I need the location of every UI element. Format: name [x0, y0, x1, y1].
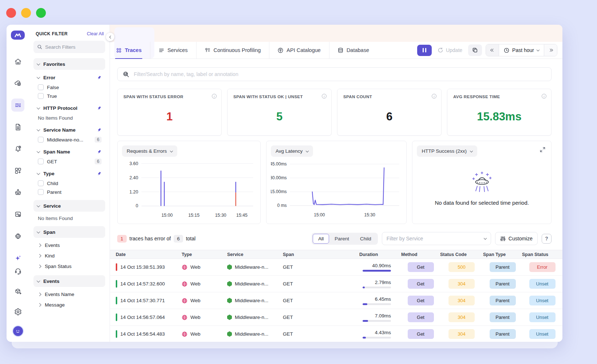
checkbox[interactable] — [38, 180, 44, 186]
time-back-button[interactable] — [486, 44, 499, 56]
info-icon[interactable]: i — [432, 94, 436, 99]
service-icon — [227, 281, 232, 287]
pause-live-button[interactable] — [417, 45, 432, 56]
assistant-bot-nav-icon[interactable] — [11, 186, 24, 199]
tab-continuous-profiling[interactable]: Continuous Profiling — [196, 42, 262, 59]
table-row[interactable]: 14 Oct 14:57:30.771WebMiddleware-n...GET… — [110, 292, 562, 309]
column-header-date[interactable]: Date — [116, 252, 182, 257]
integrations-cube-icon[interactable] — [11, 285, 24, 298]
filter-option-false[interactable]: False — [33, 83, 105, 92]
pin-icon[interactable] — [97, 75, 102, 80]
dots-grid-icon — [116, 47, 122, 53]
checkbox[interactable] — [38, 189, 44, 195]
filter-group-favorites[interactable]: Favorites — [33, 58, 105, 70]
trace-search-input[interactable] — [134, 71, 546, 77]
clear-all-link[interactable]: Clear All — [87, 31, 104, 36]
filter-section-type[interactable]: Type — [33, 168, 105, 179]
tab-traces[interactable]: Traces — [115, 42, 142, 59]
home-nav-icon[interactable] — [11, 55, 24, 68]
column-header-span[interactable]: Span — [283, 252, 359, 257]
chevron-down-icon — [484, 236, 487, 239]
support-headset-icon[interactable] — [11, 264, 24, 277]
filter-subsection-span-status[interactable]: Span Status — [33, 261, 105, 272]
filter-section-error[interactable]: Error — [33, 72, 105, 83]
account-avatar-icon[interactable] — [12, 325, 24, 337]
column-header-type[interactable]: Type — [182, 252, 227, 257]
dashboards-nav-icon[interactable] — [11, 164, 24, 177]
update-button[interactable]: Update — [435, 47, 464, 53]
time-forward-button[interactable] — [544, 44, 557, 56]
info-icon[interactable]: i — [542, 94, 546, 99]
table-row[interactable]: 14 Oct 14:56:57.064WebMiddleware-n...GET… — [110, 309, 562, 326]
infrastructure-nav-icon[interactable] — [11, 77, 24, 90]
ai-sparkle-nav-icon[interactable] — [11, 251, 24, 264]
checkbox[interactable] — [38, 93, 44, 99]
toggle-child[interactable]: Child — [355, 234, 377, 244]
rum-nav-icon[interactable] — [11, 208, 24, 221]
middleware-logo[interactable] — [11, 31, 25, 40]
toggle-all[interactable]: All — [313, 234, 329, 244]
filter-subsection-events-name[interactable]: Events Name — [33, 289, 105, 300]
pin-icon[interactable] — [97, 128, 102, 132]
column-header-status-code[interactable]: Status Code — [440, 252, 483, 257]
column-header-span-type[interactable]: Span Type — [483, 252, 522, 257]
help-button[interactable]: ? — [542, 234, 551, 244]
zoom-window-button[interactable] — [36, 8, 46, 18]
filter-group-service[interactable]: Service — [33, 200, 105, 212]
pin-icon[interactable] — [97, 106, 102, 111]
pin-icon[interactable] — [97, 171, 102, 176]
requests-errors-metric-dropdown[interactable]: Requests & Errors — [122, 145, 177, 157]
processes-nav-icon[interactable] — [11, 229, 24, 243]
collapse-filter-button[interactable] — [106, 33, 114, 41]
filter-option-middleware-no[interactable]: Middleware-no...6 — [33, 135, 105, 144]
apm-traces-nav-icon[interactable] — [11, 99, 24, 112]
copy-button[interactable] — [468, 44, 482, 56]
filter-group-span[interactable]: Span — [33, 226, 105, 238]
filter-by-service-dropdown[interactable]: Filter by Service — [382, 232, 491, 245]
filter-section-span-name[interactable]: Span Name — [33, 146, 105, 157]
expand-panel-button[interactable] — [540, 147, 545, 152]
avg-latency-metric-dropdown[interactable]: Avg Latency — [271, 145, 313, 157]
checkbox[interactable] — [38, 84, 44, 90]
filter-section-http-protocol[interactable]: HTTP Protocol — [33, 103, 105, 113]
minimize-window-button[interactable] — [21, 8, 31, 18]
tab-bar: TracesServicesContinuous ProfilingAPI Ca… — [110, 42, 562, 59]
trace-search-bar[interactable] — [117, 67, 551, 81]
filter-group-events[interactable]: Events — [33, 275, 105, 287]
filter-option-parent[interactable]: Parent — [33, 188, 105, 196]
pin-icon[interactable] — [97, 149, 102, 154]
customize-columns-button[interactable]: Customize — [495, 232, 538, 245]
checkbox[interactable] — [38, 137, 44, 143]
tab-services[interactable]: Services — [150, 42, 189, 59]
toggle-parent[interactable]: Parent — [329, 234, 355, 244]
filter-option-get[interactable]: GET6 — [33, 157, 105, 166]
column-header-duration[interactable]: Duration — [359, 252, 401, 257]
table-row[interactable]: 14 Oct 14:56:54.483WebMiddleware-n...GET… — [110, 326, 562, 342]
copy-icon — [472, 47, 478, 53]
time-range-selector[interactable]: Past hour — [499, 44, 544, 56]
table-row[interactable]: 14 Oct 14:57:32.600WebMiddleware-n...GET… — [110, 276, 562, 292]
tab-api-catalogue[interactable]: API Catalogue — [269, 42, 321, 59]
column-header-span-status[interactable]: Span Status — [522, 252, 562, 257]
avg-latency-panel: Avg Latency 0 ms15.00ms30.00ms45.00ms15:… — [266, 141, 407, 224]
filter-subsection-message[interactable]: Message — [33, 300, 105, 310]
filter-search-box[interactable] — [33, 41, 105, 53]
close-window-button[interactable] — [6, 8, 16, 18]
filter-subsection-events[interactable]: Events — [33, 240, 105, 251]
logs-nav-icon[interactable] — [11, 120, 24, 133]
filter-option-true[interactable]: True — [33, 92, 105, 100]
table-row[interactable]: 14 Oct 15:38:51.393WebMiddleware-n...GET… — [110, 259, 562, 276]
filter-section-service-name[interactable]: Service Name — [33, 124, 105, 135]
column-header-service[interactable]: Service — [227, 252, 283, 257]
checkbox[interactable] — [38, 159, 44, 164]
alerts-nav-icon[interactable] — [11, 142, 24, 155]
info-icon[interactable]: i — [322, 94, 327, 99]
http-success-metric-dropdown[interactable]: HTTP Success (2xx) — [417, 145, 477, 157]
filter-subsection-kind[interactable]: Kind — [33, 251, 105, 261]
tab-database[interactable]: Database — [329, 42, 370, 59]
info-icon[interactable]: i — [212, 94, 217, 99]
filter-search-input[interactable] — [45, 44, 102, 50]
settings-gear-icon[interactable] — [11, 305, 24, 318]
filter-option-child[interactable]: Child — [33, 179, 105, 188]
column-header-method[interactable]: Method — [401, 252, 440, 257]
